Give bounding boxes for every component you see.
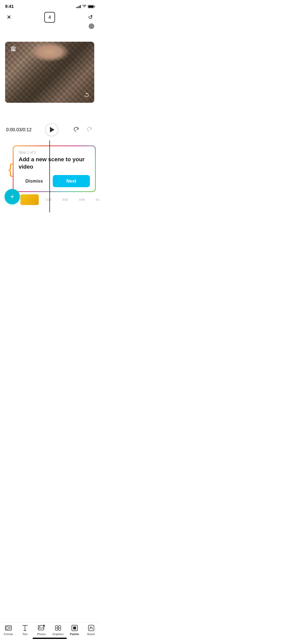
record-dot [89,23,94,29]
play-icon [50,127,55,133]
replay-icon [84,92,90,99]
svg-rect-5 [13,48,13,51]
undo-icon [73,126,79,133]
trash-icon [10,46,16,53]
undo-button[interactable] [72,126,80,134]
timeline-area: + { Step 1 of 5 Add a new scene to your … [0,140,99,212]
status-bar: 9:41 [0,0,99,11]
svg-rect-7 [14,48,14,51]
scene-count-badge[interactable]: 4 [44,12,55,23]
next-button[interactable]: Next [53,175,90,187]
popup-actions: Dismiss Next [19,175,90,187]
timeline-tick-0: 0:00 [46,198,51,201]
svg-rect-3 [15,48,15,51]
timeline-thumbnail [20,194,39,205]
signal-icon [76,5,81,8]
status-icons [76,5,94,9]
timecode-display: 0:00.03/0:12 [6,127,32,133]
dismiss-button[interactable]: Dismiss [19,175,50,187]
delete-scene-button[interactable] [9,45,18,54]
timeline-cursor [49,140,50,212]
video-preview[interactable] [5,42,94,103]
svg-rect-4 [11,51,15,51]
redo-button[interactable] [85,126,93,134]
top-nav: ✕ 4 ↺ [0,11,99,23]
svg-rect-2 [11,48,12,51]
refresh-button[interactable]: ↺ [87,13,94,21]
add-scene-button[interactable]: + [5,189,20,204]
status-time: 9:41 [5,4,14,9]
timeline-tick-2: 0:04 [79,198,85,201]
timeline-tick-1: 0:02 [62,198,68,201]
close-button[interactable]: ✕ [5,13,13,21]
undo-redo-controls [72,126,93,134]
popup-message: Add a new scene to your video [19,156,90,170]
svg-rect-6 [12,48,13,51]
refresh-icon: ↺ [88,14,93,21]
step-indicator: Step 1 of 5 [19,150,90,154]
svg-rect-0 [11,47,16,48]
redo-icon [86,126,92,133]
svg-rect-1 [12,46,14,47]
play-button[interactable] [45,123,58,136]
battery-icon [88,5,94,8]
timeline-tick-3: 0:06 [96,198,99,201]
onboarding-tooltip: { Step 1 of 5 Add a new scene to your vi… [13,145,96,192]
plus-icon: + [10,193,14,200]
popup-container: Step 1 of 5 Add a new scene to your vide… [13,145,96,192]
video-thumbnail [5,42,94,103]
bracket-decoration: { [8,162,13,176]
record-indicator [0,23,99,29]
replay-button[interactable] [83,92,91,100]
wifi-icon [82,5,86,9]
playback-controls: 0:00.03/0:12 [0,123,99,136]
